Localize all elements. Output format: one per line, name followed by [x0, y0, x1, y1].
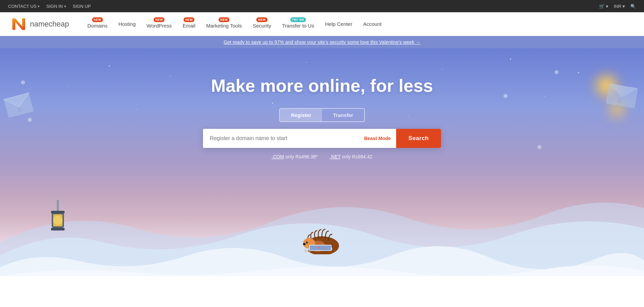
nav-wordpress-label: WordPress [147, 23, 172, 29]
logo-svg [11, 16, 27, 32]
top-bar: CONTACT US ▾ SIGN IN ▾ SIGN UP 🛒 ▾ INR ▾… [0, 0, 644, 12]
nav-item-marketing[interactable]: NEW Marketing Tools [201, 17, 247, 31]
transfer-badge: TRY ME [290, 17, 306, 22]
price-hint-net: .NET only Rs994.42 [330, 154, 372, 159]
svg-rect-15 [51, 228, 65, 231]
currency-selector[interactable]: INR ▾ [614, 4, 625, 9]
promo-link[interactable]: Get ready to save up to 97% and show you… [224, 39, 421, 45]
nav-item-hosting[interactable]: Hosting [114, 18, 140, 30]
logo[interactable]: namecheap [11, 16, 69, 32]
nav-item-domains[interactable]: NEW Domains [83, 17, 112, 31]
nav-email-label: Email [183, 23, 196, 29]
contact-us-link[interactable]: CONTACT US ▾ [8, 4, 39, 9]
search-icon[interactable]: 🔍 [630, 4, 636, 9]
nav-links: NEW Domains Hosting NEW WordPress NEW Em… [83, 17, 633, 31]
marketing-badge: NEW [219, 17, 230, 22]
sign-in-link[interactable]: SIGN IN ▾ [46, 4, 66, 9]
email-badge: NEW [183, 17, 194, 22]
nav-domains-label: Domains [87, 23, 107, 29]
tab-transfer[interactable]: Transfer [322, 109, 364, 121]
top-bar-left: CONTACT US ▾ SIGN IN ▾ SIGN UP [8, 4, 91, 9]
nav-account-label: Account [363, 21, 382, 27]
sign-up-label: SIGN UP [73, 4, 91, 9]
contact-us-chevron: ▾ [38, 4, 39, 8]
tab-register[interactable]: Register [280, 109, 322, 121]
nav-hosting-label: Hosting [118, 21, 136, 27]
hero-section: ❄ ❄ ❄ ❄ ❄ ❄ ❄ Make more online, for less… [0, 48, 644, 276]
nav-helpcenter-label: Help Center [325, 21, 352, 27]
nav-item-wordpress[interactable]: NEW WordPress [142, 17, 176, 31]
lantern [48, 200, 68, 235]
nav-item-helpcenter[interactable]: Help Center [320, 18, 357, 30]
sign-in-label: SIGN IN [46, 4, 63, 9]
nav-marketing-label: Marketing Tools [206, 23, 242, 29]
wordpress-badge: NEW [154, 17, 165, 22]
promo-banner: Get ready to save up to 97% and show you… [0, 36, 644, 48]
snow-hills: ♥ [0, 174, 644, 276]
nav-item-transfer[interactable]: TRY ME Transfer to Us [277, 17, 319, 31]
hero-title: Make more online, for less [211, 75, 433, 96]
search-button[interactable]: Search [396, 129, 441, 148]
svg-point-19 [306, 241, 308, 243]
svg-text:♥: ♥ [318, 246, 320, 250]
nav-bar: namecheap NEW Domains Hosting NEW WordPr… [0, 12, 644, 36]
domains-badge: NEW [92, 17, 103, 22]
svg-point-27 [304, 248, 308, 250]
svg-point-20 [307, 242, 308, 242]
nav-security-label: Security [253, 23, 271, 29]
com-price: only Rs496.38* [285, 154, 318, 159]
svg-rect-14 [51, 211, 65, 214]
nav-item-account[interactable]: Account [358, 18, 386, 30]
net-tld-link[interactable]: .NET [330, 154, 341, 159]
search-bar: Beast Mode Search [203, 129, 441, 148]
sign-up-link[interactable]: SIGN UP [73, 4, 91, 9]
svg-rect-24 [310, 245, 331, 250]
svg-point-13 [53, 216, 63, 225]
cart-icon[interactable]: 🛒 ▾ [599, 4, 608, 9]
price-hint-com: .COM only Rs496.38* [272, 154, 318, 159]
logo-text: namecheap [30, 20, 69, 29]
security-badge: NEW [256, 17, 268, 22]
com-tld-link[interactable]: .COM [272, 154, 284, 159]
hedgehog: ♥ [298, 220, 346, 256]
search-tabs: Register Transfer [279, 108, 365, 122]
nav-item-email[interactable]: NEW Email [178, 17, 200, 31]
top-bar-right: 🛒 ▾ INR ▾ 🔍 [599, 4, 636, 9]
domain-search-input[interactable] [203, 129, 359, 148]
hero-content: Make more online, for less Register Tran… [0, 75, 644, 159]
beast-mode-button[interactable]: Beast Mode [359, 129, 396, 148]
nav-transfer-label: Transfer to Us [282, 23, 314, 29]
price-hints: .COM only Rs496.38* .NET only Rs994.42 [272, 154, 372, 159]
promo-text: Get ready to save up to 97% and show you… [224, 39, 421, 45]
nav-item-security[interactable]: NEW Security [248, 17, 276, 31]
svg-point-21 [303, 243, 306, 245]
contact-us-label: CONTACT US [8, 4, 36, 9]
net-price: only Rs994.42 [342, 154, 373, 159]
sign-in-chevron: ▾ [64, 4, 66, 8]
snowflake-5: ❄ [554, 69, 559, 76]
